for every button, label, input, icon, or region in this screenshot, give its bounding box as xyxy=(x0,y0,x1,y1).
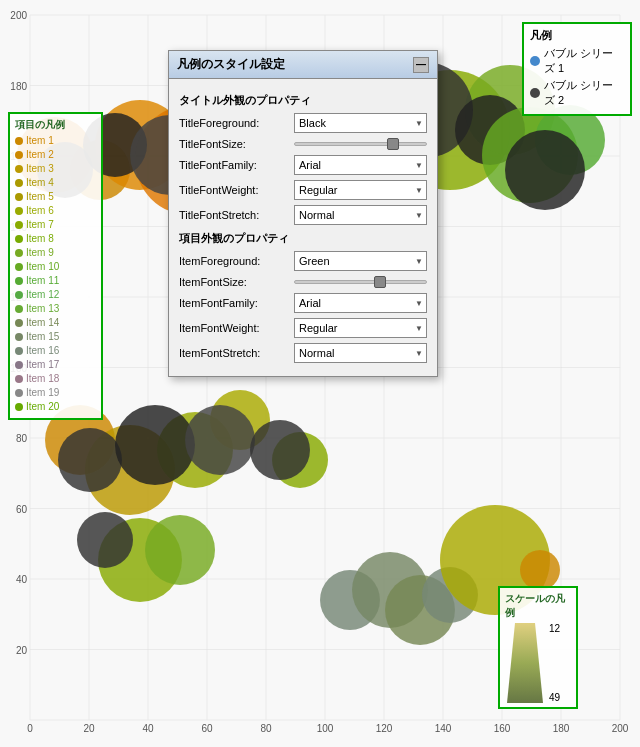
item-label: Item 7 xyxy=(26,218,54,232)
series-legend-title: 凡例 xyxy=(530,28,624,43)
title-section-header: タイトル外観のプロパティ xyxy=(179,93,427,108)
item-label: Item 2 xyxy=(26,148,54,162)
legend-item-row: Item 9 xyxy=(15,246,96,260)
title-fontstretch-control: Normal xyxy=(294,205,427,225)
item-fontsize-slider-track[interactable] xyxy=(294,280,427,284)
title-fontfamily-row: TitleFontFamily: Arial xyxy=(179,155,427,175)
title-fontstretch-row: TitleFontStretch: Normal xyxy=(179,205,427,225)
legend-item-row: Item 18 xyxy=(15,372,96,386)
item-fontsize-slider-thumb[interactable] xyxy=(374,276,386,288)
item-foreground-select[interactable]: Green xyxy=(294,251,427,271)
item-label: Item 6 xyxy=(26,204,54,218)
item-label: Item 1 xyxy=(26,134,54,148)
item-color-dot xyxy=(15,305,23,313)
item-fontweight-label: ItemFontWeight: xyxy=(179,322,294,334)
legend-item-row: Item 8 xyxy=(15,232,96,246)
item-fontsize-label: ItemFontSize: xyxy=(179,276,294,288)
item-fontweight-row: ItemFontWeight: Regular xyxy=(179,318,427,338)
item-color-dot xyxy=(15,249,23,257)
item-fontstretch-select[interactable]: Normal xyxy=(294,343,427,363)
item-label: Item 14 xyxy=(26,316,59,330)
item-fontfamily-control: Arial xyxy=(294,293,427,313)
title-fontweight-select[interactable]: Regular xyxy=(294,180,427,200)
item-label: Item 10 xyxy=(26,260,59,274)
series1-label: バブル シリーズ 1 xyxy=(544,46,624,76)
item-label: Item 5 xyxy=(26,190,54,204)
legend-item-row: Item 3 xyxy=(15,162,96,176)
dialog-body: タイトル外観のプロパティ TitleForeground: Black Titl… xyxy=(169,79,437,376)
item-color-dot xyxy=(15,333,23,341)
scale-max-label: 12 xyxy=(549,623,560,634)
item-fontfamily-row: ItemFontFamily: Arial xyxy=(179,293,427,313)
title-fontsize-slider-thumb[interactable] xyxy=(387,138,399,150)
legend-item-row: Item 5 xyxy=(15,190,96,204)
item-color-dot xyxy=(15,165,23,173)
items-legend-title: 項目の凡例 xyxy=(15,118,96,132)
item-color-dot xyxy=(15,361,23,369)
item-fontstretch-label: ItemFontStretch: xyxy=(179,347,294,359)
title-fontsize-slider-track[interactable] xyxy=(294,142,427,146)
items-legend-list: Item 1Item 2Item 3Item 4Item 5Item 6Item… xyxy=(15,134,96,414)
item-fontweight-select[interactable]: Regular xyxy=(294,318,427,338)
item-label: Item 9 xyxy=(26,246,54,260)
legend-item-row: Item 14 xyxy=(15,316,96,330)
scale-visual: 12 49 xyxy=(505,623,571,703)
item-color-dot xyxy=(15,137,23,145)
item-color-dot xyxy=(15,277,23,285)
legend-item-row: Item 10 xyxy=(15,260,96,274)
item-color-dot xyxy=(15,235,23,243)
title-fontsize-row: TitleFontSize: xyxy=(179,138,427,150)
title-fontfamily-select[interactable]: Arial xyxy=(294,155,427,175)
item-color-dot xyxy=(15,193,23,201)
item-section-header: 項目外観のプロパティ xyxy=(179,231,427,246)
item-color-dot xyxy=(15,207,23,215)
style-dialog: 凡例のスタイル設定 — タイトル外観のプロパティ TitleForeground… xyxy=(168,50,438,377)
item-label: Item 12 xyxy=(26,288,59,302)
item-fontstretch-control: Normal xyxy=(294,343,427,363)
dialog-close-button[interactable]: — xyxy=(413,57,429,73)
item-label: Item 4 xyxy=(26,176,54,190)
item-color-dot xyxy=(15,291,23,299)
item-label: Item 15 xyxy=(26,330,59,344)
item-foreground-label: ItemForeground: xyxy=(179,255,294,267)
close-icon: — xyxy=(416,59,426,70)
title-fontfamily-label: TitleFontFamily: xyxy=(179,159,294,171)
item-fontweight-control: Regular xyxy=(294,318,427,338)
title-fontsize-control xyxy=(294,142,427,146)
legend-item-row: Item 12 xyxy=(15,288,96,302)
title-fontstretch-label: TitleFontStretch: xyxy=(179,209,294,221)
title-foreground-select[interactable]: Black xyxy=(294,113,427,133)
legend-item-row: Item 19 xyxy=(15,386,96,400)
legend-item-row: Item 17 xyxy=(15,358,96,372)
item-label: Item 13 xyxy=(26,302,59,316)
series1-legend-item: バブル シリーズ 1 xyxy=(530,46,624,76)
series1-dot xyxy=(530,56,540,66)
item-color-dot xyxy=(15,179,23,187)
item-color-dot xyxy=(15,319,23,327)
dialog-title: 凡例のスタイル設定 xyxy=(177,56,285,73)
item-fontstretch-row: ItemFontStretch: Normal xyxy=(179,343,427,363)
title-fontsize-label: TitleFontSize: xyxy=(179,138,294,150)
series-legend: 凡例 バブル シリーズ 1 バブル シリーズ 2 xyxy=(522,22,632,116)
item-color-dot xyxy=(15,403,23,411)
item-fontsize-control xyxy=(294,280,427,284)
legend-item-row: Item 1 xyxy=(15,134,96,148)
legend-item-row: Item 16 xyxy=(15,344,96,358)
legend-item-row: Item 20 xyxy=(15,400,96,414)
item-fontsize-row: ItemFontSize: xyxy=(179,276,427,288)
scale-min-label: 49 xyxy=(549,692,560,703)
legend-item-row: Item 2 xyxy=(15,148,96,162)
item-label: Item 3 xyxy=(26,162,54,176)
item-color-dot xyxy=(15,221,23,229)
scale-canvas xyxy=(505,623,545,703)
item-fontfamily-select[interactable]: Arial xyxy=(294,293,427,313)
legend-item-row: Item 13 xyxy=(15,302,96,316)
legend-item-row: Item 11 xyxy=(15,274,96,288)
scale-legend: スケールの凡例 12 49 xyxy=(498,586,578,709)
item-label: Item 20 xyxy=(26,400,59,414)
legend-item-row: Item 15 xyxy=(15,330,96,344)
legend-item-row: Item 7 xyxy=(15,218,96,232)
item-label: Item 19 xyxy=(26,386,59,400)
title-fontstretch-select[interactable]: Normal xyxy=(294,205,427,225)
item-color-dot xyxy=(15,263,23,271)
